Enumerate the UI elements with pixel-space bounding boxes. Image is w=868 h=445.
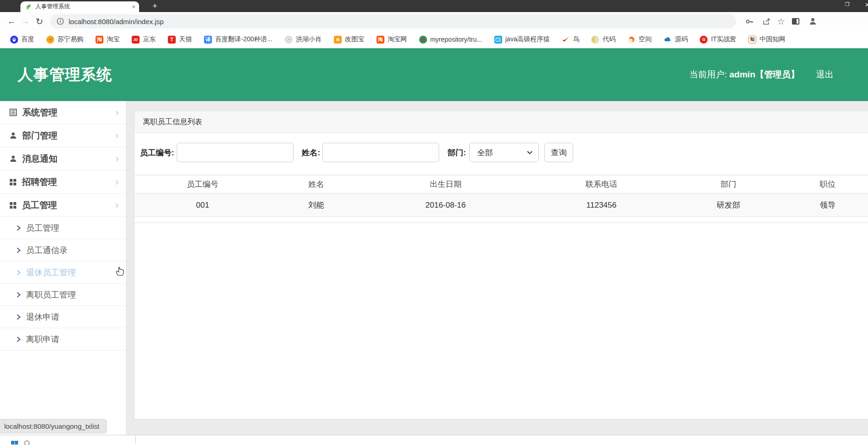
cnki-icon: 知 (748, 36, 756, 44)
site-info-icon[interactable] (57, 18, 64, 25)
bottom-strip (0, 435, 868, 445)
col-dept: 部门 (673, 175, 784, 194)
chevron-right-icon (16, 247, 21, 254)
dept-select-value: 全部 (477, 147, 493, 158)
sidebar-item-notifications[interactable]: 消息通知 › (0, 147, 126, 171)
table-row[interactable]: 001 刘能 2016-08-16 1123456 研发部 领导 (134, 194, 868, 217)
red-check-icon (562, 36, 569, 44)
profile-avatar-icon[interactable] (806, 15, 819, 28)
password-key-icon[interactable] (743, 15, 756, 28)
grid-icon (9, 202, 17, 209)
browser-tab[interactable]: 人事管理系统 × (20, 1, 139, 12)
site-header: 人事管理系统 当前用户: admin【管理员】 退出 (0, 48, 868, 101)
bird-avatar-icon (285, 36, 293, 44)
sidebar-subitem-employee-contacts[interactable]: 员工通信录 (0, 239, 126, 261)
gaitubao-icon (334, 36, 342, 44)
window-close-icon[interactable]: ✕ (865, 1, 868, 8)
sidebar-subitem-retire-apply[interactable]: 退休申请 (0, 306, 126, 328)
new-tab-button[interactable]: + (149, 0, 160, 12)
url-text[interactable]: localhost:8080/admin/index.jsp (69, 18, 164, 25)
search-form: 员工编号: 姓名: 部门: 全部 查询 (140, 142, 868, 163)
bookmark-jd[interactable]: JD 京东 (132, 35, 156, 44)
cell-position: 领导 (784, 194, 868, 217)
bookmarks-bar: 百度 苏宁易购 淘 淘宝 JD 京东 T 天猫 译 百度翻译-200种语... … (0, 31, 868, 48)
bookmark-it-shizhanying[interactable]: G IT实战营 (700, 35, 736, 44)
sidebar-subitem-retired-employee-mgmt[interactable]: 退休员工管理 (0, 261, 126, 284)
cell-name: 刘能 (271, 194, 362, 217)
mouse-cursor (115, 267, 125, 281)
table-header-row: 员工编号 姓名 出生日期 联系电话 部门 职位 (134, 175, 868, 194)
repo-rings-icon (419, 36, 427, 44)
sidebar-item-recruit-mgmt[interactable]: 招聘管理 › (0, 171, 126, 194)
tab-close-icon[interactable]: × (132, 4, 135, 10)
dept-label: 部门: (447, 147, 466, 158)
share-icon[interactable] (760, 15, 773, 28)
dept-select[interactable]: 全部 (469, 143, 539, 162)
taobao-icon: 淘 (96, 36, 103, 44)
bookmark-taobao-net[interactable]: 淘 淘宝网 (377, 35, 407, 44)
baidu-paw-icon (10, 36, 18, 44)
user-icon (9, 155, 17, 163)
col-birthdate: 出生日期 (362, 175, 530, 194)
tab-title: 人事管理系统 (35, 3, 128, 11)
forward-button[interactable]: → (19, 14, 32, 28)
name-label: 姓名: (302, 147, 320, 158)
divider (135, 435, 136, 444)
sidebar-subitem-resigned-employee-mgmt[interactable]: 离职员工管理 (0, 284, 126, 306)
bookmark-gaitubao[interactable]: 改图宝 (334, 35, 364, 44)
query-button[interactable]: 查询 (544, 143, 573, 162)
bookmark-java-programmer[interactable]: java高级程序猿 (494, 35, 550, 44)
bookmark-taobao[interactable]: 淘 淘宝 (96, 35, 120, 44)
cell-birthdate: 2016-08-16 (362, 194, 530, 217)
col-emp-no: 员工编号 (134, 175, 271, 194)
bookmark-star-icon[interactable]: ☆ (777, 16, 785, 27)
bilibili-tv-icon (494, 36, 502, 44)
swirl-icon (627, 36, 635, 44)
sidebar-subitem-employee-mgmt[interactable]: 员工管理 (0, 217, 126, 239)
jd-icon: JD (132, 36, 140, 44)
sidebar-item-employee-mgmt[interactable]: 员工管理 › (0, 194, 126, 217)
bookmark-daima[interactable]: 代码 (591, 35, 615, 44)
employee-table: 员工编号 姓名 出生日期 联系电话 部门 职位 001 刘能 2016-08-1 (134, 175, 868, 217)
tmall-icon: T (168, 36, 176, 44)
chevron-right-icon (16, 292, 21, 298)
blue-grid-icon (11, 441, 18, 445)
side-panel-icon[interactable] (789, 15, 802, 28)
table-end-border (134, 217, 868, 223)
resigned-employee-panel: 离职员工信息列表 员工编号: 姓名: 部门: 全部 查询 (134, 111, 868, 420)
window-restore-icon[interactable]: ❐ (845, 1, 849, 7)
bookmark-honghuxiaoxiao[interactable]: 洪湖小肖 (285, 35, 322, 44)
address-bar[interactable]: localhost:8080/admin/index.jsp (50, 14, 736, 28)
screen: 人事管理系统 × + ❐ ✕ ← → ↻ localhost:8080/admi… (0, 0, 868, 445)
emp-no-label: 员工编号: (140, 147, 174, 158)
col-position: 职位 (784, 175, 868, 194)
bookmark-baidu-translate[interactable]: 译 百度翻译-200种语... (204, 35, 273, 44)
bookmark-suning[interactable]: 苏宁易购 (46, 35, 83, 44)
bookmark-niao[interactable]: 鸟 (562, 35, 579, 44)
cell-phone: 1123456 (530, 194, 673, 217)
chevron-right-icon: › (115, 153, 119, 165)
chevron-right-icon (16, 314, 21, 320)
reload-button[interactable]: ↻ (32, 14, 46, 28)
logout-link[interactable]: 退出 (816, 69, 834, 81)
taobao-icon: 淘 (377, 36, 384, 44)
cell-emp-no: 001 (134, 194, 271, 217)
sidebar-item-system-mgmt[interactable]: 系统管理 › (0, 101, 126, 124)
bookmark-myrepository[interactable]: myrepository/tru... (419, 36, 482, 44)
name-input[interactable] (322, 143, 439, 162)
sidebar-subitem-resign-apply[interactable]: 离职申请 (0, 328, 126, 350)
bookmark-tmall[interactable]: T 天猫 (168, 35, 192, 44)
bookmark-yuanma[interactable]: 源码 (664, 35, 688, 44)
suning-lion-icon (46, 36, 54, 44)
bookmark-baidu[interactable]: 百度 (10, 35, 34, 44)
browser-tab-bar: 人事管理系统 × + ❐ ✕ (0, 0, 868, 12)
back-button[interactable]: ← (5, 14, 19, 28)
bookmark-kongjian[interactable]: 空间 (627, 35, 651, 44)
chevron-down-icon (527, 151, 533, 155)
user-icon (9, 132, 17, 140)
emp-no-input[interactable] (177, 143, 294, 162)
translate-icon: 译 (204, 36, 212, 44)
sidebar-item-department-mgmt[interactable]: 部门管理 › (0, 124, 126, 147)
current-user-value: admin【管理员】 (729, 70, 799, 79)
bookmark-cnki[interactable]: 知 中国知网 (748, 35, 785, 44)
